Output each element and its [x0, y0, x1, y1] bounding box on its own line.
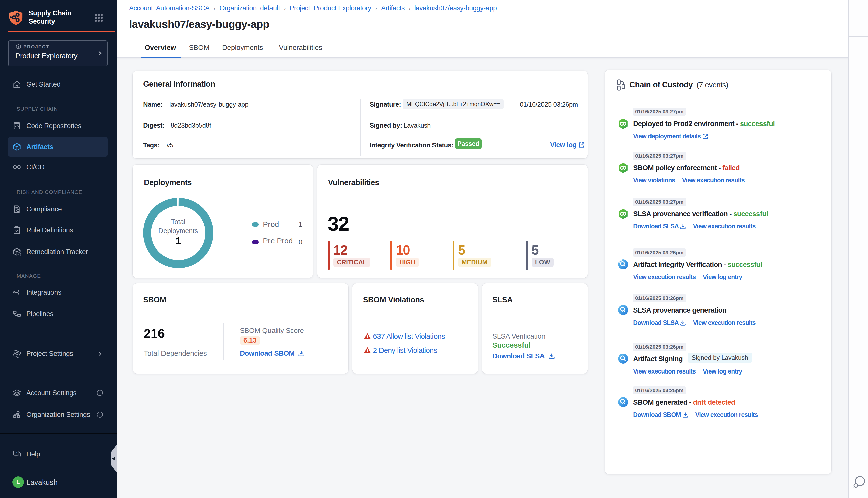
- svg-text:?: ?: [15, 451, 17, 455]
